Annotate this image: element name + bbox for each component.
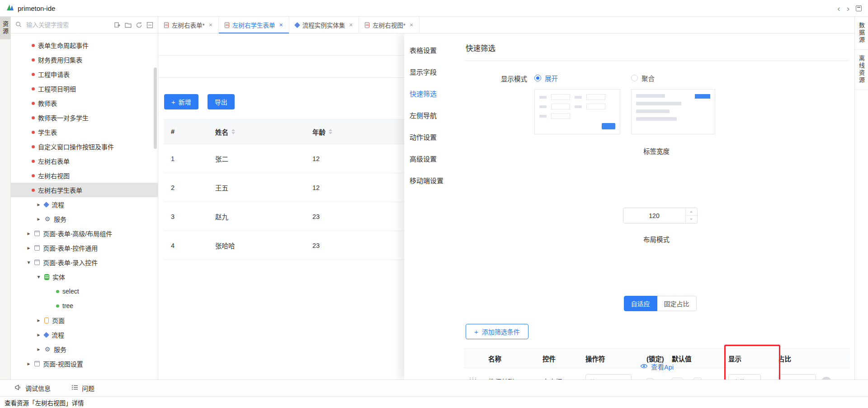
tree-item[interactable]: 学生表 [11, 125, 158, 139]
debug-info-button[interactable]: 调试信息 [14, 384, 51, 393]
tree-item[interactable]: ▾实体 [11, 270, 158, 284]
chevron-down-icon[interactable]: ▾ [36, 274, 41, 280]
chevron-right-icon[interactable]: ▸ [36, 346, 41, 352]
default-value-tokens[interactable]: {p} te D [672, 378, 702, 380]
settings-menu-item[interactable]: 移动端设置 [404, 169, 459, 191]
tree-item[interactable]: 教师表 [11, 96, 158, 110]
tab-close-icon[interactable]: × [410, 21, 413, 28]
stepper-down-icon[interactable] [686, 216, 697, 223]
default-token[interactable]: D [693, 378, 702, 380]
layout-mode-segmented: 自适应 固定占比 [624, 296, 697, 311]
drag-handle-icon[interactable] [468, 378, 476, 380]
add-row-button[interactable]: + 新增 [164, 94, 198, 109]
export-button[interactable]: 导出 [208, 94, 235, 109]
tab-close-icon[interactable]: × [279, 21, 283, 28]
tab-close-icon[interactable]: × [349, 21, 353, 28]
sort-desc-icon[interactable] [231, 132, 235, 134]
delete-filter-icon[interactable] [821, 377, 831, 380]
editor-tab[interactable]: 左树右学生表单× [219, 17, 289, 33]
locate-file-icon[interactable] [114, 22, 121, 28]
tree-scrollbar[interactable] [154, 67, 157, 149]
sort-icons[interactable] [329, 129, 332, 134]
editor-tab[interactable]: 左树右表单*× [158, 17, 219, 33]
display-mode-aggregate-radio[interactable]: 聚合 [631, 73, 715, 83]
lock-checkbox[interactable] [646, 378, 654, 380]
view-api-link[interactable]: 查看Api [640, 362, 674, 371]
settings-menu-item[interactable]: 左侧导航 [404, 104, 459, 126]
radio-icon[interactable] [631, 75, 638, 81]
tree-item[interactable]: ▸流程 [11, 327, 158, 342]
tree-item[interactable]: tree [11, 299, 158, 313]
tree-item[interactable]: ▸页面-表单-高级/布局组件 [11, 226, 158, 241]
tree-item[interactable]: 左树右视图 [11, 168, 158, 183]
tree-item[interactable]: 左树右表单 [11, 154, 158, 168]
tree-item[interactable]: 教师表一对多学生 [11, 110, 158, 125]
offline-resources-tab[interactable]: 离线资源 [855, 50, 868, 90]
tree-item[interactable]: 表单生命周起事件 [11, 38, 158, 52]
page-icon [44, 318, 49, 323]
settings-menu-item[interactable]: 快速筛选 [404, 82, 459, 104]
expand-mode-preview[interactable] [534, 89, 620, 134]
settings-menu-item[interactable]: 动作设置 [404, 126, 459, 147]
history-back-icon[interactable]: ‹ [837, 4, 840, 13]
settings-menu-item[interactable]: 表格设置 [404, 39, 459, 61]
chevron-right-icon[interactable]: ▸ [36, 317, 41, 323]
tree-item[interactable]: 左树右学生表单 [11, 183, 158, 197]
window-layout-icon[interactable] [856, 5, 862, 11]
param-token[interactable]: {p} [672, 378, 683, 380]
stepper-up-icon[interactable] [686, 208, 697, 216]
tree-item[interactable]: ▸服务 [11, 342, 158, 356]
editor-tab[interactable]: 流程实例实体集× [289, 17, 359, 33]
search-input[interactable] [25, 21, 110, 29]
collapse-all-icon[interactable] [146, 22, 153, 28]
add-filter-button[interactable]: + 添加筛选条件 [466, 324, 528, 339]
operator-select[interactable]: 等于 [585, 374, 632, 380]
tree-item[interactable]: 工程申请表 [11, 67, 158, 81]
chevron-right-icon[interactable]: ▸ [36, 201, 41, 208]
tree-item[interactable]: ▸流程 [11, 197, 158, 212]
sort-asc-icon[interactable] [231, 129, 235, 131]
chevron-right-icon[interactable]: ▸ [36, 332, 41, 338]
tree-item-label: 页面-表单-录入控件 [43, 258, 98, 267]
column-header[interactable]: 姓名 [204, 119, 302, 144]
tree-item-label: 服务 [54, 345, 66, 354]
sort-desc-icon[interactable] [329, 132, 332, 134]
chevron-right-icon[interactable]: ▸ [36, 216, 41, 222]
aggregate-mode-preview[interactable] [631, 89, 715, 134]
tree-item[interactable]: 自定义窗口操作按钮及事件 [11, 139, 158, 154]
history-forward-icon[interactable]: › [847, 4, 849, 13]
display-mode-expand-radio[interactable]: 展开 [534, 73, 620, 83]
green-dot-icon [56, 304, 59, 308]
sort-icons[interactable] [231, 129, 235, 134]
chevron-right-icon[interactable]: ▸ [26, 230, 31, 237]
datasource-tab[interactable]: 数据源 [855, 17, 868, 50]
settings-menu-item[interactable]: 高级设置 [404, 147, 459, 169]
tree-item-label: 财务费用归集表 [38, 55, 82, 64]
problems-button[interactable]: 问题 [71, 384, 94, 393]
tree-item[interactable]: ▸服务 [11, 212, 158, 226]
radio-checked-icon[interactable] [534, 75, 541, 81]
chevron-down-icon[interactable]: ▾ [26, 259, 31, 266]
layout-adaptive-button[interactable]: 自适应 [624, 296, 657, 311]
editor-tab[interactable]: 左树右视图*× [359, 17, 420, 33]
settings-menu-item[interactable]: 显示字段 [404, 61, 459, 82]
tree-item[interactable]: 工程项目明细 [11, 81, 158, 96]
tree-item[interactable]: select [11, 284, 158, 299]
sort-asc-icon[interactable] [329, 129, 332, 131]
layout-fixed-button[interactable]: 固定占比 [657, 296, 697, 311]
resources-tab[interactable]: 资源 [0, 17, 10, 39]
tree-item[interactable]: ▸页面-表单-控件通用 [11, 241, 158, 255]
ratio-select[interactable]: 1/3 [778, 374, 816, 380]
settings-content: 快速筛选 显示模式 展开 [459, 33, 854, 380]
chevron-right-icon[interactable]: ▸ [26, 361, 31, 367]
label-width-input[interactable]: 120 [623, 208, 698, 223]
display-select[interactable]: 隐藏 [728, 374, 761, 380]
tree-item[interactable]: ▸页面-视图设置 [11, 356, 158, 371]
folder-icon[interactable] [125, 22, 132, 28]
tree-item[interactable]: ▸页面 [11, 313, 158, 327]
tab-close-icon[interactable]: × [209, 21, 212, 28]
chevron-right-icon[interactable]: ▸ [26, 245, 31, 251]
tree-item[interactable]: ▾页面-表单-录入控件 [11, 255, 158, 270]
tree-item[interactable]: 财务费用归集表 [11, 52, 158, 67]
refresh-icon[interactable] [136, 22, 142, 28]
